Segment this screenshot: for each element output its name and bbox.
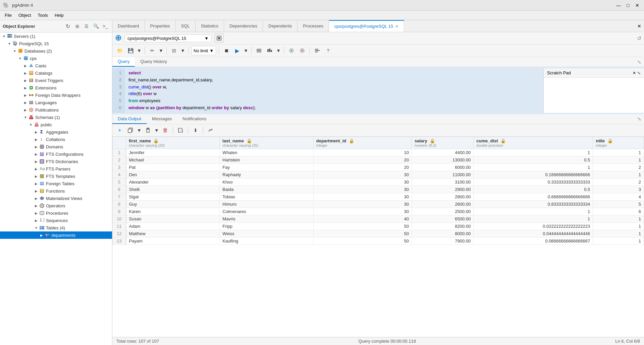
tree-node-fts-templates[interactable]: ▶ FTS Templates: [0, 172, 112, 180]
table-row[interactable]: 13 Payam Kaufling 50 7900.00 0.066666666…: [113, 237, 644, 245]
tree-node-procedures[interactable]: ▶ {} Procedures: [0, 209, 112, 217]
tree-node-fts-parsers[interactable]: ▶ Aa FTS Parsers: [0, 165, 112, 172]
query-tab-query[interactable]: Query: [112, 57, 135, 67]
toggle-mat-views[interactable]: ▶: [34, 197, 39, 200]
sidebar-terminal-button[interactable]: >_: [101, 22, 109, 30]
tree-node-functions[interactable]: ▶ f Functions: [0, 187, 112, 195]
sidebar-columns-button[interactable]: ☰: [83, 22, 91, 30]
format-button[interactable]: [313, 46, 322, 55]
tab-properties[interactable]: Properties: [145, 20, 176, 32]
title-bar-right[interactable]: — □ ✕: [614, 1, 641, 9]
col-header-ntile[interactable]: ntile 🔒 integer: [593, 137, 644, 149]
toggle-databases[interactable]: ▼: [12, 49, 17, 53]
tree-node-fts-dict[interactable]: ▶ FTS Dictionaries: [0, 158, 112, 165]
scratch-pad-expand-button[interactable]: ⤡: [637, 71, 641, 75]
toggle-sequences[interactable]: ▶: [34, 219, 39, 222]
commit-button[interactable]: [287, 46, 296, 55]
save-data-button[interactable]: [176, 126, 185, 135]
minimize-button[interactable]: —: [614, 1, 623, 9]
toggle-functions[interactable]: ▶: [34, 189, 39, 193]
help-button[interactable]: ?: [323, 46, 333, 55]
tree-node-aggregates[interactable]: ▶ Σ Aggregates: [0, 128, 112, 136]
paste-button[interactable]: [143, 126, 153, 135]
toggle-fts-dict[interactable]: ▶: [34, 160, 39, 163]
table-row[interactable]: 12 Matthew Weiss 50 8000.00 0.0444444444…: [113, 230, 644, 237]
add-row-button[interactable]: +: [115, 126, 124, 135]
sidebar-search-button[interactable]: 🔍: [92, 22, 100, 30]
copy-dropdown-button[interactable]: ▼: [137, 126, 142, 135]
open-file-button[interactable]: 📁: [115, 46, 124, 55]
graph-button[interactable]: [206, 126, 215, 135]
table-row[interactable]: 4 Den Raphaely 30 11000.00 0.16666666666…: [113, 171, 644, 178]
close-button[interactable]: ✕: [633, 1, 641, 9]
tab-processes[interactable]: Processes: [298, 20, 329, 32]
table-row[interactable]: 1 Jennifer Whalen 10 4400.00 1 1: [113, 149, 644, 156]
explain-button[interactable]: [254, 46, 264, 55]
expand-results-button[interactable]: ⤡: [635, 114, 644, 124]
toggle-publications[interactable]: ▶: [23, 108, 28, 112]
col-header-first-name[interactable]: first_name 🔒 character varying (20): [126, 137, 220, 149]
toggle-catalogs[interactable]: ▶: [23, 71, 28, 75]
tree-node-event-triggers[interactable]: ▶ ⚡ Event Triggers: [0, 77, 112, 84]
menu-file[interactable]: File: [1, 11, 15, 19]
toggle-casts[interactable]: ▶: [23, 64, 28, 68]
rollback-button[interactable]: [298, 46, 307, 55]
col-header-salary[interactable]: salary 🔒 numeric (8,2): [412, 137, 474, 149]
tree-node-catalogs[interactable]: ▶ Catalogs: [0, 69, 112, 77]
delete-row-button[interactable]: 🗑: [161, 126, 170, 135]
download-button[interactable]: ⬇: [191, 126, 200, 135]
toggle-fts-config[interactable]: ▶: [34, 152, 39, 156]
tree-node-sequences[interactable]: ▶ 1.3 Sequences: [0, 217, 112, 224]
maximize-button[interactable]: □: [624, 1, 632, 9]
run-dropdown-button[interactable]: ▼: [243, 46, 249, 55]
tree-node-casts[interactable]: ▶ Casts: [0, 62, 112, 69]
table-row[interactable]: 11 Adam Fripp 50 8200.00 0.0222222222222…: [113, 222, 644, 230]
tree-node-databases[interactable]: ▼ Databases (2): [0, 47, 112, 55]
toggle-schemas[interactable]: ▼: [23, 116, 28, 119]
limit-selector[interactable]: No limit ▼: [191, 46, 216, 55]
tab-dependents[interactable]: Dependents: [263, 20, 298, 32]
query-tab-history[interactable]: Query History: [135, 57, 172, 67]
tree-node-tables[interactable]: ▼ Tables (4): [0, 224, 112, 231]
toggle-extensions[interactable]: ▶: [23, 86, 28, 90]
table-row[interactable]: 7 Sigal Tobias 30 2800.00 0.666666666666…: [113, 193, 644, 200]
toggle-tables[interactable]: ▼: [34, 226, 39, 230]
expand-editor-button[interactable]: ⤡: [635, 57, 644, 67]
run-button[interactable]: ▶: [232, 46, 242, 55]
toggle-cps[interactable]: ▼: [17, 57, 23, 60]
filter-dropdown-button[interactable]: ▼: [180, 46, 185, 55]
tree-node-public[interactable]: ▼ public: [0, 121, 112, 128]
edit-button[interactable]: ✏: [148, 46, 157, 55]
tree-node-collations[interactable]: ▶ ↕ Collations: [0, 136, 112, 143]
menu-help[interactable]: Help: [51, 11, 67, 19]
connection-options-button[interactable]: [214, 33, 224, 43]
sidebar-refresh-button[interactable]: ↻: [64, 22, 72, 30]
save-dropdown-button[interactable]: ▼: [137, 46, 142, 55]
toggle-collations[interactable]: ▶: [34, 138, 39, 141]
toggle-event-triggers[interactable]: ▶: [23, 79, 28, 82]
table-row[interactable]: 2 Michael Hartstein 20 13000.00 0.5 1: [113, 156, 644, 163]
tree-node-extensions[interactable]: ▶ Extensions: [0, 84, 112, 91]
explain-analyze-button[interactable]: [265, 46, 274, 55]
tab-close-button[interactable]: ✕: [395, 24, 398, 29]
toggle-fts-templates[interactable]: ▶: [34, 175, 39, 178]
table-row[interactable]: 8 Guy Himuro 30 2600.00 0.83333333333333…: [113, 200, 644, 208]
table-row[interactable]: 9 Karen Colmenares 30 2500.00 1 6: [113, 208, 644, 215]
menu-tools[interactable]: Tools: [35, 11, 51, 19]
tab-close-all-button[interactable]: ✕: [637, 23, 641, 29]
scratch-pad-content[interactable]: [544, 78, 644, 113]
table-row[interactable]: 10 Susan Mavris 40 6500.00 1 1: [113, 215, 644, 222]
toggle-fts-parsers[interactable]: ▶: [34, 167, 39, 171]
tree-node-schemas[interactable]: ▼ Schemas (1): [0, 114, 112, 121]
tree-node-domains[interactable]: ▶ Domains: [0, 143, 112, 150]
toggle-procedures[interactable]: ▶: [34, 211, 39, 215]
tree-node-fdw[interactable]: ▶ Foreign Data Wrappers: [0, 91, 112, 99]
toggle-foreign-tables[interactable]: ▶: [34, 182, 39, 186]
save-file-button[interactable]: 💾: [126, 46, 135, 55]
tree-node-publications[interactable]: ▶ Publications: [0, 106, 112, 114]
filter-button[interactable]: ⊟: [169, 46, 179, 55]
tab-sql[interactable]: SQL: [176, 20, 196, 32]
auto-commit-button[interactable]: ↺: [637, 35, 641, 42]
toggle-languages[interactable]: ▶: [23, 101, 28, 105]
toggle-public[interactable]: ▼: [28, 123, 34, 127]
